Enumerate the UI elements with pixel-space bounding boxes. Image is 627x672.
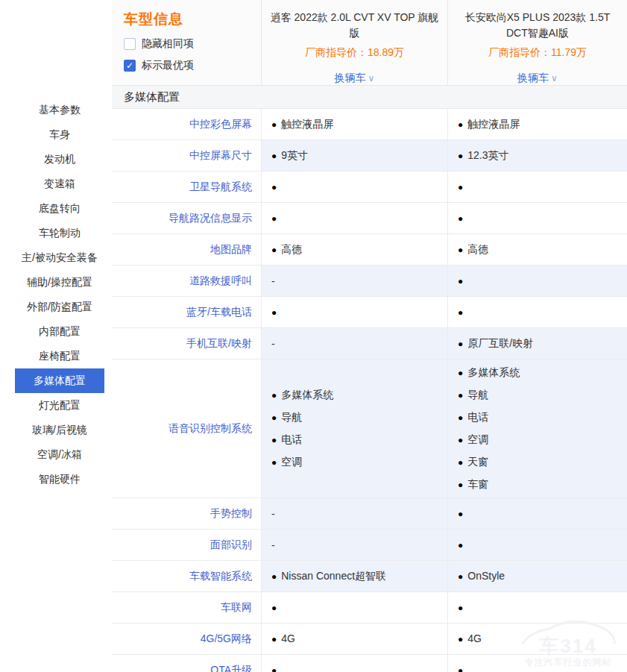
spec-not-available: - [271,539,275,551]
sidebar-item[interactable]: 基本参数 [15,98,104,122]
spec-label-link[interactable]: 卫星导航系统 [112,172,261,202]
spec-value-text: 高德 [281,243,302,256]
table-row: 导航路况信息显示●● [112,203,627,234]
sidebar-item[interactable]: 灯光配置 [15,393,104,418]
spec-value-cell: ● [447,297,627,327]
sidebar-item[interactable]: 座椅配置 [15,344,104,368]
spec-value-text: 4G [281,632,295,645]
sidebar-item[interactable]: 辅助/操控配置 [15,270,104,295]
spec-label-link[interactable]: 面部识别 [112,530,261,560]
spec-value-cell: - [261,530,447,560]
spec-value-cell: ● [261,172,447,202]
spec-label-link[interactable]: 车载智能系统 [112,561,261,591]
filter-checkbox-label: 标示最优项 [142,59,194,72]
spec-value-cell: ● [447,172,627,202]
filter-checkbox-row[interactable]: ✓标示最优项 [124,59,261,72]
spec-value-text: 触控液晶屏 [467,118,520,131]
spec-label-link[interactable]: 手势控制 [112,498,261,529]
sidebar-item[interactable]: 空调/冰箱 [15,442,104,467]
spec-value-cell: ●12.3英寸 [447,140,627,171]
spec-value-cell: ●高德 [447,234,627,265]
equipped-dot-icon: ● [458,603,463,612]
spec-value-item: ●电话 [271,433,302,446]
spec-value-cell: ● [447,655,627,672]
spec-value-item: ● [271,214,281,223]
sidebar-item[interactable]: 内部配置 [15,319,104,344]
spec-label-link[interactable]: 道路救援呼叫 [112,266,261,296]
spec-value-text: 电话 [281,433,302,446]
sidebar-item[interactable]: 底盘转向 [15,196,104,221]
filter-checkbox-row[interactable]: 隐藏相同项 [124,37,261,51]
model-info-panel: 车型信息 隐藏相同项✓标示最优项 [112,0,261,85]
spec-value-item: ●空调 [271,456,302,468]
sidebar-item[interactable]: 多媒体配置 [15,368,104,393]
spec-label-link[interactable]: 地图品牌 [112,234,261,265]
equipped-dot-icon: ● [458,480,463,489]
spec-value-item: ●导航 [271,411,302,424]
equipped-dot-icon: ● [458,391,463,400]
spec-label-link[interactable]: 手机互联/映射 [112,328,261,359]
sidebar-item[interactable]: 变速箱 [15,172,104,196]
spec-not-available: - [271,338,275,350]
checkbox-checked-icon[interactable]: ✓ [124,60,136,72]
table-row: 手机互联/映射-●原厂互联/映射 [112,328,627,359]
sidebar-item[interactable]: 外部/防盗配置 [15,295,104,319]
car-msrp-price: 厂商指导价：11.79万 [456,46,620,60]
table-row: 道路救援呼叫-● [112,266,627,297]
spec-label-link[interactable]: 中控屏幕尺寸 [112,140,261,171]
chevron-down-icon: ∨ [551,73,558,84]
equipped-dot-icon: ● [271,183,277,192]
car-name-link[interactable]: 逍客 2022款 2.0L CVT XV TOP 旗舰版 [269,10,440,41]
spec-value-text: OnStyle [467,570,505,582]
spec-label-link[interactable]: 蓝牙/车载电话 [112,297,261,327]
spec-value-item: ●Nissan Connect超智联 [271,570,386,582]
spec-value-item: ●4G [271,632,295,645]
equipped-dot-icon: ● [458,541,463,550]
filter-options: 隐藏相同项✓标示最优项 [124,37,261,72]
equipped-dot-icon: ● [271,413,277,422]
car-name-link[interactable]: 长安欧尚X5 PLUS 2023款 1.5T DCT智趣AI版 [456,10,620,41]
equipped-dot-icon: ● [458,245,463,254]
spec-value-text: 空调 [281,456,302,468]
spec-value-text: 车窗 [467,478,488,491]
equipped-dot-icon: ● [271,436,277,445]
category-sidebar: 基本参数车身发动机变速箱底盘转向车轮制动主/被动安全装备辅助/操控配置外部/防盗… [15,98,104,492]
spec-value-cell: ● [261,297,447,327]
car-msrp-price: 厂商指导价：18.89万 [269,46,440,60]
spec-value-item: ●高德 [458,243,488,256]
model-info-title: 车型信息 [124,10,261,29]
spec-value-cell: ●4G [261,624,447,654]
spec-value-cell: ● [447,530,627,560]
equipped-dot-icon: ● [458,509,463,518]
spec-value-cell: ●Nissan Connect超智联 [261,561,447,591]
checkbox-unchecked-icon[interactable] [124,38,136,50]
sidebar-item[interactable]: 智能硬件 [15,467,104,492]
sidebar-item[interactable]: 车身 [15,122,104,147]
spec-label-link[interactable]: 语音识别控制系统 [112,359,261,497]
equipped-dot-icon: ● [271,572,277,581]
table-row: 中控屏幕尺寸●9英寸●12.3英寸 [112,140,627,172]
spec-label-link[interactable]: 中控彩色屏幕 [112,109,261,139]
table-row: 地图品牌●高德●高德 [112,234,627,266]
spec-value-text: 多媒体系统 [467,366,520,379]
equipped-dot-icon: ● [458,572,463,581]
spec-value-item: ●天窗 [458,456,488,468]
spec-label-link[interactable]: 车联网 [112,592,261,623]
spec-value-item: ●OnStyle [458,570,505,582]
spec-value-cell: ●触控液晶屏 [261,109,447,139]
sidebar-item[interactable]: 发动机 [15,147,104,172]
filter-checkbox-label: 隐藏相同项 [142,37,194,51]
spec-label-link[interactable]: 4G/5G网络 [112,624,261,654]
spec-label-link[interactable]: OTA升级 [112,655,261,672]
sidebar-item[interactable]: 车轮制动 [15,221,104,245]
spec-value-item: ● [458,603,467,612]
change-car-button[interactable]: 换辆车∨ [335,72,375,85]
spec-label-link[interactable]: 导航路况信息显示 [112,203,261,233]
spec-value-item: ●多媒体系统 [458,366,520,379]
change-car-button[interactable]: 换辆车∨ [517,72,558,85]
sidebar-item[interactable]: 主/被动安全装备 [15,245,104,270]
sidebar-item[interactable]: 玻璃/后视镜 [15,418,104,442]
equipped-dot-icon: ● [458,151,463,160]
compare-header: 车型信息 隐藏相同项✓标示最优项 逍客 2022款 2.0L CVT XV TO… [112,0,627,86]
spec-value-cell: ●9英寸 [261,140,447,171]
